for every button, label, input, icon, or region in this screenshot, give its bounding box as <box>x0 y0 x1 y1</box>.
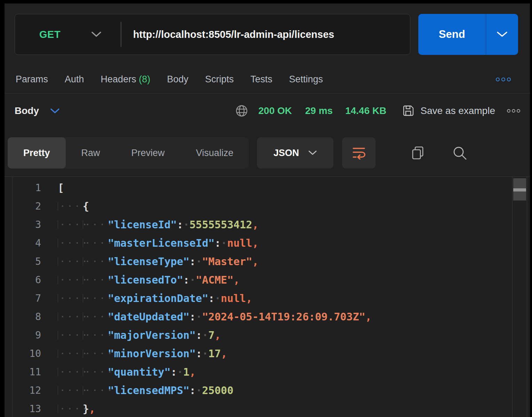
network-globe-icon[interactable] <box>235 104 249 118</box>
request-tab-headers[interactable]: Headers (8) <box>101 74 151 85</box>
indent-guide: ···· <box>58 331 83 340</box>
line-number: 1 <box>13 182 47 194</box>
request-url-bar: GET http://localhost:8505/lr-admin-api/l… <box>15 14 410 55</box>
line-number: 11 <box>13 366 47 378</box>
code-line[interactable]: 3········"licenseId":·5555553412, <box>13 215 530 234</box>
response-more-options-icon[interactable] <box>507 109 520 113</box>
request-tabs: ParamsAuthHeaders (8)BodyScriptsTestsSet… <box>5 70 530 89</box>
save-as-example-button[interactable]: Save as example <box>420 105 495 116</box>
code-line[interactable]: 8········"dateUpdated":·"2024-05-14T19:2… <box>13 308 530 326</box>
postman-response-panel: GET http://localhost:8505/lr-admin-api/l… <box>5 3 530 417</box>
line-number: 4 <box>13 237 47 249</box>
view-tab-visualize[interactable]: Visualize <box>180 137 249 169</box>
line-number: 8 <box>13 311 47 322</box>
chevron-down-icon[interactable] <box>91 31 102 38</box>
url-input[interactable]: http://localhost:8505/lr-admin-api/licen… <box>133 29 334 40</box>
code-line[interactable]: 6········"licensedTo":·"ACME", <box>13 271 530 289</box>
indent-guide: ···· <box>83 257 108 266</box>
request-tab-tests[interactable]: Tests <box>250 74 272 85</box>
request-tab-params[interactable]: Params <box>16 74 48 85</box>
editor-scrollbar[interactable] <box>512 177 527 417</box>
code-line[interactable]: 1[ <box>13 179 530 197</box>
response-view-row: PrettyRawPreviewVisualize JSON <box>8 137 530 169</box>
headers-count-badge: (8) <box>139 74 150 84</box>
scrollbar-view-indicator <box>513 188 526 191</box>
indent-guide: ···· <box>58 404 83 413</box>
status-badge[interactable]: 200 OK <box>258 105 292 116</box>
response-stats: 200 OK 29 ms 14.46 KB Save as example <box>235 104 520 118</box>
code-line[interactable]: 5········"licenseType":·"Master", <box>13 252 530 271</box>
indent-guide: ···· <box>83 368 108 376</box>
code-line[interactable]: 11········"quantity":·1, <box>13 363 530 381</box>
code-area[interactable]: 1[2····{3········"licenseId":·5555553412… <box>12 177 530 417</box>
line-content: ····}, <box>47 403 95 415</box>
line-number: 5 <box>13 256 47 267</box>
copy-button[interactable] <box>410 145 426 161</box>
indent-guide: ···· <box>83 386 108 395</box>
chevron-down-icon[interactable] <box>50 108 60 114</box>
response-size[interactable]: 14.46 KB <box>345 105 386 116</box>
line-content: ········"expirationDate":·null, <box>47 292 252 304</box>
chevron-down-icon <box>497 31 508 38</box>
line-number: 9 <box>13 329 47 341</box>
search-button[interactable] <box>452 145 468 161</box>
view-tab-pretty[interactable]: Pretty <box>8 137 66 169</box>
indent-guide: ···· <box>58 257 83 266</box>
line-content: ········"minorVersion":·17, <box>47 348 227 360</box>
line-content: ········"licensedTo":·"ACME", <box>47 274 240 286</box>
indent-guide: ···· <box>58 312 83 321</box>
indent-guide: ···· <box>58 349 83 358</box>
code-line[interactable]: 12········"licensedMPS":·25000 <box>13 381 530 400</box>
view-tab-raw[interactable]: Raw <box>66 137 116 169</box>
method-selector[interactable]: GET <box>15 29 61 40</box>
request-tab-body[interactable]: Body <box>167 74 188 85</box>
line-number: 6 <box>13 274 47 286</box>
indent-guide: ···· <box>58 239 83 247</box>
line-number: 10 <box>13 348 47 359</box>
chevron-down-icon <box>308 150 317 156</box>
indent-guide: ···· <box>83 294 108 303</box>
indent-guide: ···· <box>58 294 83 303</box>
send-options-button[interactable] <box>486 14 518 55</box>
search-icon <box>452 145 468 161</box>
indent-guide: ···· <box>83 331 108 340</box>
line-number: 13 <box>13 403 47 415</box>
indent-guide: ···· <box>83 239 108 247</box>
format-selected-value: JSON <box>273 148 299 158</box>
line-content: ········"dateUpdated":·"2024-05-14T19:26… <box>47 311 372 323</box>
line-number: 7 <box>13 293 47 304</box>
request-tab-settings[interactable]: Settings <box>289 74 323 85</box>
code-line[interactable]: 13····}, <box>13 400 530 417</box>
code-line[interactable]: 9········"majorVersion":·7, <box>13 326 530 344</box>
response-meta-row: Body 200 OK 29 ms 14.46 KB Save as examp… <box>5 99 530 122</box>
code-line[interactable]: 2····{ <box>13 197 530 215</box>
code-line[interactable]: 10········"minorVersion":·17, <box>13 344 530 363</box>
send-button[interactable]: Send <box>418 14 518 55</box>
format-dropdown[interactable]: JSON <box>257 137 333 169</box>
line-content: ····{ <box>47 200 89 212</box>
indent-guide: ···· <box>83 220 108 229</box>
indent-guide: ···· <box>58 368 83 376</box>
code-line[interactable]: 7········"expirationDate":·null, <box>13 289 530 308</box>
indent-guide: ···· <box>83 276 108 284</box>
view-tab-preview[interactable]: Preview <box>116 137 180 169</box>
wrap-lines-button[interactable] <box>342 137 376 169</box>
send-button-label[interactable]: Send <box>418 14 486 55</box>
response-time[interactable]: 29 ms <box>305 105 333 116</box>
wrap-lines-icon <box>351 146 366 160</box>
request-tab-scripts[interactable]: Scripts <box>205 74 234 85</box>
more-tabs-icon[interactable] <box>496 77 511 81</box>
line-content: ········"licenseId":·5555553412, <box>47 219 259 231</box>
indent-guide: ···· <box>58 276 83 284</box>
line-content: [ <box>47 182 64 194</box>
indent-guide: ···· <box>58 386 83 395</box>
response-section-selector[interactable]: Body <box>15 105 39 116</box>
line-content: ········"licenseType":·"Master", <box>47 255 259 268</box>
code-line[interactable]: 4········"masterLicenseId":·null, <box>13 234 530 252</box>
tabs-divider <box>5 93 530 93</box>
copy-icon <box>410 145 426 161</box>
indent-guide: ···· <box>58 202 83 211</box>
line-content: ········"masterLicenseId":·null, <box>47 237 258 249</box>
request-tab-auth[interactable]: Auth <box>65 74 84 85</box>
save-icon[interactable] <box>402 104 415 117</box>
